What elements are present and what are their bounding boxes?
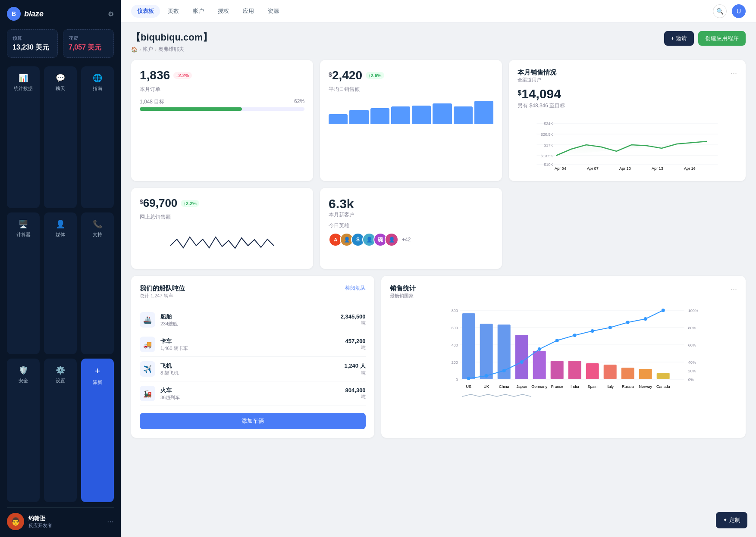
progress-label: 1,048 目标 [140,98,164,106]
tab-resources[interactable]: 资源 [262,5,285,18]
tab-auth[interactable]: 授权 [212,5,235,18]
svg-text:UK: UK [483,384,489,389]
ship-name: 船舶 [160,313,178,321]
sales-stats-sub: 最畅销国家 [390,293,416,299]
svg-text:Norway: Norway [639,384,652,389]
nav-grid: 📊 统计数据 💬 聊天 🌐 指南 🖥️ 计算器 👤 媒体 📞 支持 🛡️ 安全 [7,66,114,502]
sidebar-item-media[interactable]: 👤 媒体 [44,212,77,354]
search-button[interactable]: 🔍 [713,4,727,18]
avg-sales-chart [329,98,493,124]
progress-bar-fill [140,107,242,111]
svg-text:60%: 60% [688,343,696,347]
train-name: 火车 [160,387,180,394]
guide-icon: 🌐 [93,73,102,83]
svg-text:Russia: Russia [622,384,634,389]
budget-label: 预算 [13,35,52,41]
sidebar-item-add[interactable]: + 添新 [81,359,114,502]
logo-text: blaze [24,9,44,19]
svg-rect-37 [568,361,581,379]
top-user-avatar[interactable]: U [732,4,746,18]
sidebar-item-guide[interactable]: 🌐 指南 [81,66,114,208]
train-sub: 36趟列车 [160,394,180,401]
tab-dashboard[interactable]: 仪表板 [131,5,160,18]
svg-text:100%: 100% [688,309,698,313]
more-icon[interactable]: ⋯ [107,518,114,526]
progress-pct: 62% [294,98,304,106]
breadcrumb-account[interactable]: 帐户 [143,46,153,53]
svg-point-45 [502,369,505,372]
hero-avatar-6: 👤 [385,233,398,247]
add-vehicle-button[interactable]: 添加车辆 [140,413,366,429]
sales-stats-more-btn[interactable]: ··· [731,284,737,304]
total-sales-label: 网上总销售额 [140,213,304,221]
svg-rect-42 [656,373,669,379]
breadcrumb-home[interactable]: 🏠 [131,47,138,53]
chat-label: 聊天 [56,85,65,92]
media-label: 媒体 [56,231,65,238]
total-sales-badge: ↑2.2% [181,200,199,207]
sidebar-item-chat[interactable]: 💬 聊天 [44,66,77,208]
ship-value: 2,345,500 吨 [341,313,366,326]
fleet-subtitle: 总计 1,247 辆车 [140,293,185,299]
settings-icon: ⚙️ [56,365,65,375]
tab-pages[interactable]: 页数 [162,5,185,18]
page-title-section: 【biqubiqu.com】 🏠 › 帐户 › 奥弗维耶夫 [131,31,212,53]
invite-button[interactable]: + 邀请 [664,31,694,46]
tab-account[interactable]: 帐户 [187,5,210,18]
svg-text:France: France [551,384,563,389]
svg-point-48 [555,339,558,342]
truck-name: 卡车 [160,337,188,345]
tab-apps[interactable]: 应用 [237,5,260,18]
sales-card-header: 本月销售情况 全渠道用户 ··· [518,69,737,83]
security-icon: 🛡️ [19,365,28,375]
svg-text:$13.5K: $13.5K [541,154,553,158]
plane-icon: ✈️ [140,361,155,377]
svg-text:0%: 0% [688,378,693,382]
sales-stats-header: 销售统计 最畅销国家 ··· [390,284,737,304]
customize-button[interactable]: ✦ 定制 [716,512,747,528]
calculator-label: 计算器 [16,231,31,238]
svg-rect-32 [480,324,492,379]
svg-text:Apr 07: Apr 07 [587,166,599,171]
sales-amount: $14,094 [518,87,737,101]
svg-point-43 [467,377,470,380]
sales-more-btn[interactable]: ··· [731,69,737,78]
svg-text:40%: 40% [688,360,696,365]
fleet-item-plane: ✈️ 飞机 8 架飞机 1,240 人 吨 [140,357,366,381]
logo-icon: B [7,7,21,21]
svg-point-49 [573,334,576,337]
svg-text:20%: 20% [688,369,696,373]
hero-section: 今日英雄 A 👤 S 👤 碗 👤 +42 [329,222,493,247]
sidebar-item-stats[interactable]: 📊 统计数据 [7,66,40,208]
new-customers-label: 本月新客户 [329,211,493,219]
user-role: 反应开发者 [28,522,103,529]
truck-icon: 🚚 [140,337,155,352]
svg-point-51 [608,326,612,329]
stats-grid: 1,836 ↓2.2% 本月订单 1,048 目标 62% [131,60,746,181]
top-nav: 仪表板 页数 帐户 授权 应用 资源 🔍 U [121,0,756,22]
plane-value: 1,240 人 吨 [344,362,365,376]
fleet-item-ship: 🚢 船舶 234艘舰 2,345,500 吨 [140,308,366,332]
fleet-link[interactable]: 检阅舰队 [345,284,366,292]
sidebar-item-support[interactable]: 📞 支持 [81,212,114,354]
hero-avatars: A 👤 S 👤 碗 👤 +42 [329,233,493,247]
svg-text:$20.5K: $20.5K [541,132,553,137]
add-icon: + [95,365,100,377]
page-title: 【biqubiqu.com】 [131,31,212,44]
svg-text:400: 400 [451,343,458,347]
sidebar-item-settings[interactable]: ⚙️ 设置 [44,359,77,502]
page-header: 【biqubiqu.com】 🏠 › 帐户 › 奥弗维耶夫 + 邀请 创建应用程… [131,31,746,53]
orders-value: 1,836 [140,69,170,82]
svg-text:Apr 13: Apr 13 [652,166,663,171]
svg-rect-41 [639,369,652,379]
sidebar-item-calculator[interactable]: 🖥️ 计算器 [7,212,40,354]
svg-text:80%: 80% [688,326,696,330]
avg-sales-header: $2,420 ↑2.6% [329,69,493,82]
top-settings-icon[interactable]: ⚙ [108,10,114,18]
sidebar-item-security[interactable]: 🛡️ 安全 [7,359,40,502]
create-app-button[interactable]: 创建应用程序 [698,31,746,46]
svg-rect-39 [603,365,616,379]
svg-text:US: US [466,384,471,389]
hero-label: 今日英雄 [329,222,493,229]
svg-point-50 [590,329,594,333]
